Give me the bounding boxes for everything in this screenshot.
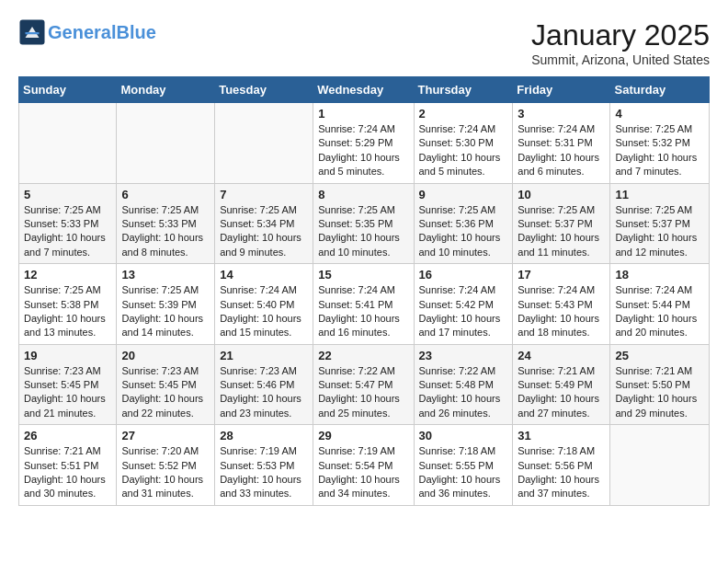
calendar-cell: 7Sunrise: 7:25 AMSunset: 5:34 PMDaylight… [215,183,313,264]
cell-content: Sunrise: 7:22 AMSunset: 5:48 PMDaylight:… [419,364,508,421]
cell-line: Daylight: 10 hours [518,393,599,404]
cell-line: Sunset: 5:42 PM [419,299,494,310]
day-number: 20 [121,349,210,362]
cell-line: Daylight: 10 hours [318,232,400,243]
day-number: 12 [24,268,111,282]
calendar-cell: 12Sunrise: 7:25 AMSunset: 5:38 PMDayligh… [19,264,117,345]
cell-line: and 20 minutes. [615,327,687,338]
cell-content: Sunrise: 7:24 AMSunset: 5:29 PMDaylight:… [318,122,408,179]
cell-line: Daylight: 10 hours [518,474,599,485]
cell-line: Sunrise: 7:25 AM [24,284,101,295]
cell-line: and 34 minutes. [318,488,390,499]
svg-rect-2 [26,32,40,34]
header-row: SundayMondayTuesdayWednesdayThursdayFrid… [19,77,710,103]
week-row-2: 5Sunrise: 7:25 AMSunset: 5:33 PMDaylight… [19,183,710,264]
cell-line: Daylight: 10 hours [518,152,599,163]
cell-line: Daylight: 10 hours [220,474,301,485]
cell-line: Daylight: 10 hours [121,474,203,485]
cell-line: Sunset: 5:44 PM [615,299,689,310]
cell-line: Sunrise: 7:24 AM [419,284,496,295]
cell-line: Sunrise: 7:25 AM [615,204,692,215]
cell-line: Daylight: 10 hours [24,313,106,324]
calendar-cell [215,103,313,184]
cell-line: and 13 minutes. [24,327,96,338]
cell-content: Sunrise: 7:25 AMSunset: 5:36 PMDaylight:… [419,203,508,260]
day-number: 23 [419,349,508,362]
cell-line: Daylight: 10 hours [220,313,301,324]
calendar-cell: 13Sunrise: 7:25 AMSunset: 5:39 PMDayligh… [117,264,215,345]
cell-line: Sunrise: 7:25 AM [220,204,297,215]
cell-line: Sunset: 5:43 PM [518,299,592,310]
cell-content: Sunrise: 7:19 AMSunset: 5:53 PMDaylight:… [220,444,308,501]
logo: GeneralBlue [18,18,156,46]
cell-line: Sunrise: 7:25 AM [121,204,199,215]
cell-line: and 9 minutes. [220,247,286,258]
calendar-cell: 18Sunrise: 7:24 AMSunset: 5:44 PMDayligh… [610,264,710,345]
cell-line: and 37 minutes. [518,488,589,499]
cell-content: Sunrise: 7:24 AMSunset: 5:30 PMDaylight:… [419,122,508,179]
cell-line: Sunset: 5:55 PM [419,460,494,471]
cell-line: Sunrise: 7:24 AM [518,284,595,295]
cell-line: Daylight: 10 hours [518,313,599,324]
calendar-cell [610,425,710,506]
cell-line: Sunset: 5:37 PM [518,218,592,229]
calendar-cell: 4Sunrise: 7:25 AMSunset: 5:32 PMDaylight… [610,103,710,184]
cell-line: Sunset: 5:53 PM [220,460,294,471]
cell-line: Sunset: 5:35 PM [318,218,392,229]
cell-line: Sunrise: 7:24 AM [518,123,595,134]
day-number: 16 [419,268,508,282]
calendar-cell: 29Sunrise: 7:19 AMSunset: 5:54 PMDayligh… [313,425,414,506]
cell-line: and 23 minutes. [220,408,291,419]
cell-content: Sunrise: 7:25 AMSunset: 5:35 PMDaylight:… [318,203,408,260]
cell-line: and 22 minutes. [121,408,193,419]
cell-line: and 27 minutes. [518,408,589,419]
calendar-header: SundayMondayTuesdayWednesdayThursdayFrid… [19,77,710,103]
day-number: 30 [419,429,508,442]
day-number: 2 [419,107,508,121]
cell-line: Daylight: 10 hours [318,393,400,404]
cell-line: Sunrise: 7:19 AM [220,445,297,456]
day-number: 29 [318,429,408,442]
day-number: 9 [419,188,508,201]
cell-line: Sunrise: 7:24 AM [615,284,692,295]
calendar-cell: 25Sunrise: 7:21 AMSunset: 5:50 PMDayligh… [610,344,710,425]
day-number: 22 [318,349,408,362]
cell-line: Sunrise: 7:18 AM [419,445,496,456]
cell-line: Sunset: 5:32 PM [615,137,689,148]
day-number: 1 [318,107,408,121]
cell-line: Sunrise: 7:24 AM [419,123,496,134]
cell-line: and 8 minutes. [121,247,188,258]
day-number: 26 [24,429,111,442]
header-day-thursday: Thursday [414,77,513,103]
cell-content: Sunrise: 7:21 AMSunset: 5:49 PMDaylight:… [518,364,605,421]
cell-line: and 6 minutes. [518,166,584,177]
cell-content: Sunrise: 7:23 AMSunset: 5:46 PMDaylight:… [220,364,308,421]
cell-line: Sunset: 5:54 PM [318,460,392,471]
calendar-cell: 2Sunrise: 7:24 AMSunset: 5:30 PMDaylight… [414,103,513,184]
day-number: 31 [518,429,605,442]
cell-line: Sunrise: 7:19 AM [318,445,395,456]
cell-line: and 18 minutes. [518,327,589,338]
cell-line: Sunrise: 7:22 AM [419,365,496,376]
day-number: 7 [220,188,308,201]
cell-content: Sunrise: 7:24 AMSunset: 5:43 PMDaylight:… [518,283,605,340]
cell-content: Sunrise: 7:25 AMSunset: 5:39 PMDaylight:… [121,283,210,340]
cell-content: Sunrise: 7:21 AMSunset: 5:50 PMDaylight:… [615,364,704,421]
cell-line: Sunrise: 7:25 AM [24,204,101,215]
calendar-cell: 31Sunrise: 7:18 AMSunset: 5:56 PMDayligh… [513,425,610,506]
day-number: 8 [318,188,408,201]
header-day-sunday: Sunday [19,77,117,103]
month-title: January 2025 [531,18,710,52]
cell-content: Sunrise: 7:25 AMSunset: 5:37 PMDaylight:… [615,203,704,260]
calendar-cell: 9Sunrise: 7:25 AMSunset: 5:36 PMDaylight… [414,183,513,264]
calendar-cell: 23Sunrise: 7:22 AMSunset: 5:48 PMDayligh… [414,344,513,425]
cell-line: Sunset: 5:47 PM [318,379,392,390]
cell-line: Daylight: 10 hours [419,313,501,324]
cell-line: Sunrise: 7:21 AM [24,445,101,456]
calendar-cell: 17Sunrise: 7:24 AMSunset: 5:43 PMDayligh… [513,264,610,345]
header-day-friday: Friday [513,77,610,103]
cell-line: Sunset: 5:41 PM [318,299,392,310]
calendar-cell: 22Sunrise: 7:22 AMSunset: 5:47 PMDayligh… [313,344,414,425]
day-number: 25 [615,349,704,362]
cell-line: Sunrise: 7:25 AM [518,204,595,215]
